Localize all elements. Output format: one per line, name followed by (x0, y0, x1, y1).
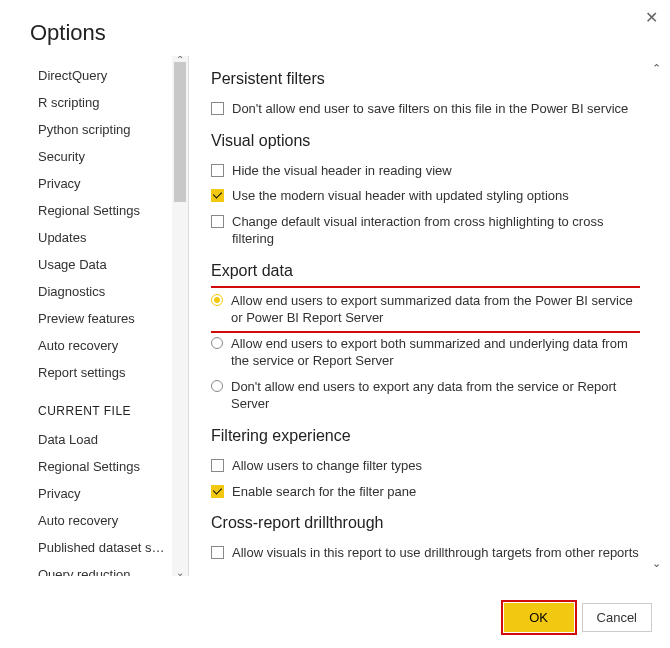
checkbox-row[interactable]: Hide the visual header in reading view (211, 158, 640, 184)
cancel-button[interactable]: Cancel (582, 603, 652, 632)
sidebar-item-regional-settings[interactable]: Regional Settings (30, 197, 170, 224)
option-label: Don't allow end user to save filters on … (232, 100, 640, 118)
scrollbar-thumb[interactable] (174, 62, 186, 202)
checkbox-row[interactable]: Enable search for the filter pane (211, 479, 640, 505)
sidebar-item-diagnostics[interactable]: Diagnostics (30, 278, 170, 305)
section-title-cross-report: Cross-report drillthrough (211, 514, 640, 532)
main-scrollbar[interactable]: ⌃ ⌄ (650, 56, 666, 576)
section-title-filtering-experience: Filtering experience (211, 427, 640, 445)
chevron-down-icon[interactable]: ⌄ (176, 567, 184, 576)
chevron-down-icon[interactable]: ⌄ (652, 557, 661, 570)
sidebar-item-regional-settings-file[interactable]: Regional Settings (30, 453, 170, 480)
section-title-visual-options: Visual options (211, 132, 640, 150)
ok-button[interactable]: OK (504, 603, 574, 632)
option-label: Change default visual interaction from c… (232, 213, 640, 248)
option-label: Allow end users to export both summarize… (231, 335, 640, 370)
option-label: Use the modern visual header with update… (232, 187, 640, 205)
checkbox-icon[interactable] (211, 215, 224, 228)
radio-icon[interactable] (211, 380, 223, 392)
sidebar-item-report-settings-global[interactable]: Report settings (30, 359, 170, 386)
checkbox-icon[interactable] (211, 102, 224, 115)
checkbox-row[interactable]: Don't allow end user to save filters on … (211, 96, 640, 122)
radio-icon[interactable] (211, 294, 223, 306)
checkbox-row[interactable]: Allow visuals in this report to use dril… (211, 540, 640, 566)
checkbox-icon[interactable] (211, 546, 224, 559)
checkbox-icon[interactable] (211, 189, 224, 202)
option-label: Allow visuals in this report to use dril… (232, 544, 640, 562)
close-icon[interactable]: ✕ (645, 8, 658, 27)
checkbox-row[interactable]: Use the modern visual header with update… (211, 183, 640, 209)
divider (188, 56, 189, 576)
option-label: Allow users to change filter types (232, 457, 640, 475)
sidebar-item-updates[interactable]: Updates (30, 224, 170, 251)
section-title-persistent-filters: Persistent filters (211, 70, 640, 88)
radio-row-export-summarized[interactable]: Allow end users to export summarized dat… (211, 288, 640, 331)
dialog-title: Options (0, 0, 670, 56)
option-label: Don't allow end users to export any data… (231, 378, 640, 413)
sidebar-item-directquery[interactable]: DirectQuery (30, 62, 170, 89)
sidebar-item-usage-data[interactable]: Usage Data (30, 251, 170, 278)
sidebar-item-security[interactable]: Security (30, 143, 170, 170)
option-label: Enable search for the filter pane (232, 483, 640, 501)
sidebar-item-auto-recovery-file[interactable]: Auto recovery (30, 507, 170, 534)
sidebar-heading-current-file: CURRENT FILE (30, 386, 188, 426)
sidebar-item-privacy-file[interactable]: Privacy (30, 480, 170, 507)
checkbox-icon[interactable] (211, 485, 224, 498)
section-title-export-data: Export data (211, 262, 640, 280)
radio-row-export-none[interactable]: Don't allow end users to export any data… (211, 374, 640, 417)
radio-icon[interactable] (211, 337, 223, 349)
option-label: Allow end users to export summarized dat… (231, 292, 640, 327)
sidebar-item-auto-recovery[interactable]: Auto recovery (30, 332, 170, 359)
sidebar-item-r-scripting[interactable]: R scripting (30, 89, 170, 116)
chevron-up-icon[interactable]: ⌃ (652, 62, 661, 75)
checkbox-row[interactable]: Allow users to change filter types (211, 453, 640, 479)
sidebar-item-privacy[interactable]: Privacy (30, 170, 170, 197)
sidebar-scrollbar[interactable]: ⌃ ⌄ (172, 56, 188, 576)
option-label: Hide the visual header in reading view (232, 162, 640, 180)
checkbox-row[interactable]: Change default visual interaction from c… (211, 209, 640, 252)
sidebar-item-preview-features[interactable]: Preview features (30, 305, 170, 332)
sidebar-item-python-scripting[interactable]: Python scripting (30, 116, 170, 143)
sidebar-item-published-dataset[interactable]: Published dataset set... (30, 534, 170, 561)
checkbox-icon[interactable] (211, 164, 224, 177)
sidebar-item-query-reduction[interactable]: Query reduction (30, 561, 170, 576)
radio-row-export-both[interactable]: Allow end users to export both summarize… (211, 331, 640, 374)
main-panel: Persistent filters Don't allow end user … (193, 56, 670, 576)
sidebar: DirectQuery R scripting Python scripting… (30, 56, 188, 576)
dialog-footer: OK Cancel (504, 603, 652, 632)
checkbox-icon[interactable] (211, 459, 224, 472)
sidebar-item-data-load[interactable]: Data Load (30, 426, 170, 453)
